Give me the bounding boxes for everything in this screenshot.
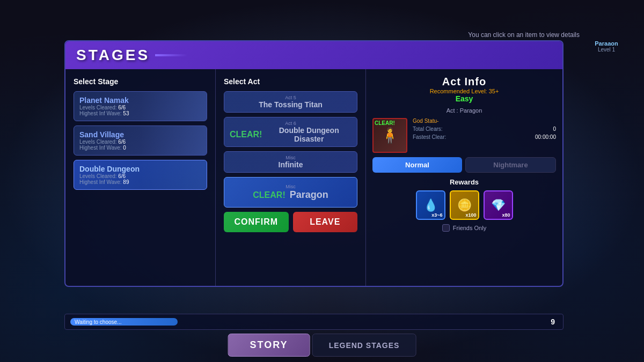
rewards-section: Rewards 💧 x3~6 🪙 x100 💎 x80 [372,178,556,232]
act-item-bg [224,117,357,146]
act-item-bg [224,178,357,207]
player-name: Paraaon [585,40,628,47]
act-item-infinite[interactable]: Misc Infinite [224,151,357,173]
act-item-paragon[interactable]: Misc CLEAR! Paragon [224,177,357,208]
panel-body: Select Stage Planet Namak Levels Cleared… [65,69,562,286]
act-info-panel: Act Info Recommended Level: 35+ Easy Act… [366,69,562,286]
act-thumbnail: CLEAR! 🧍 [372,118,407,153]
stages-header: STAGES [65,41,562,69]
total-clears-label: Total Clears: [413,126,443,132]
act-item-double-dungeon-disaster[interactable]: Act 6 CLEAR! Double Dungeon Disaster [224,117,357,147]
friends-only-label: Friends Only [453,225,486,231]
confirm-button[interactable]: CONFIRM [224,212,289,232]
act-item-tossing-titan[interactable]: Act 5 The Tossing Titan [224,91,357,113]
btn-nightmare[interactable]: Nightmare [465,157,556,173]
stage-item-double-dungeon[interactable]: Double Dungeon Levels Cleared: 6/6 Highe… [74,160,207,190]
stages-title: STAGES [76,47,150,64]
stage-stat-cleared-0: Levels Cleared: 6/6 [79,105,201,110]
btn-normal[interactable]: Normal [372,157,462,173]
stages-title-decoration [155,54,187,56]
stage-name-planet-namak: Planet Namak [79,96,201,105]
stage-name-sand-village: Sand Village [79,130,201,139]
difficulty-buttons: Normal Nightmare [372,157,556,173]
waiting-number: 9 [543,317,563,326]
gem-icon: 💎 [491,198,506,212]
tab-legend-stages[interactable]: LEGEND STAGES [312,334,416,357]
hint-text: You can click on an item to view details [468,31,580,39]
rec-level: Recommended Level: 35+ [372,88,556,94]
coin-count: x100 [465,212,476,218]
act-character-icon: 🧍 [380,127,399,144]
select-act-label: Select Act [224,77,357,86]
player-panel: Paraaon Level 1 [585,40,628,53]
total-clears-row: Total Clears: 0 [413,126,556,132]
gem-count: x80 [502,212,510,218]
select-stage-label: Select Stage [74,77,207,86]
act-stats: God Statu- Total Clears: 0 Fastest Clear… [413,118,556,153]
leave-button[interactable]: LEAVE [293,212,358,232]
bottom-tabs: STORY LEGEND STAGES [228,334,416,362]
stage-stat-cleared-2: Levels Cleared: 6/6 [79,173,201,179]
stage-item-sand-village[interactable]: Sand Village Levels Cleared: 6/6 Highest… [74,125,207,156]
main-panel: STAGES Select Stage Planet Namak Levels … [64,40,564,287]
stage-select-panel: Select Stage Planet Namak Levels Cleared… [65,69,216,286]
act-select-panel: Select Act Act 5 The Tossing Titan Act 6… [216,69,366,286]
rewards-row: 💧 x3~6 🪙 x100 💎 x80 [372,190,556,220]
crystal-icon: 💧 [423,198,438,212]
waiting-text: Waiting to choose... [75,319,121,325]
stage-stat-cleared-1: Levels Cleared: 6/6 [79,139,201,145]
tab-story[interactable]: STORY [228,334,310,357]
reward-item-gem: 💎 x80 [484,190,513,220]
difficulty-label: Easy [372,94,556,103]
act-paragon-label: Act : Paragon [372,107,556,114]
coin-icon: 🪙 [457,198,472,212]
fastest-clear-val: 00:00:00 [535,134,556,140]
act-item-bg [224,152,357,172]
crystal-count: x3~6 [431,212,442,218]
friends-only-row: Friends Only [372,224,556,232]
thumbnail-clear-badge: CLEAR! [375,120,395,126]
reward-item-coin: 🪙 x100 [450,190,479,220]
fastest-clear-label: Fastest Clear: [413,134,446,140]
waiting-bar: Waiting to choose... [65,314,543,329]
act-item-bg [224,92,357,112]
stage-stat-wave-2: Highest Inf Wave: 89 [79,179,201,185]
player-level: Level 1 [585,47,628,53]
total-clears-val: 0 [553,126,556,132]
action-buttons: CONFIRM LEAVE [224,212,357,232]
god-status: God Statu- [413,118,556,124]
rewards-title: Rewards [372,178,556,186]
act-preview-row: CLEAR! 🧍 God Statu- Total Clears: 0 Fast… [372,118,556,153]
fastest-clear-row: Fastest Clear: 00:00:00 [413,134,556,140]
waiting-progress: Waiting to choose... [70,318,178,326]
status-bar: Waiting to choose... 9 [64,314,564,330]
stage-item-planet-namak[interactable]: Planet Namak Levels Cleared: 6/6 Highest… [74,91,207,121]
friends-only-checkbox[interactable] [442,224,450,232]
stage-stat-wave-1: Highest Inf Wave: 0 [79,145,201,151]
stage-name-double-dungeon: Double Dungeon [79,165,201,173]
act-info-title: Act Info [372,76,556,88]
stage-stat-wave-0: Highest Inf Wave: 53 [79,110,201,116]
reward-item-crystal: 💧 x3~6 [416,190,445,220]
